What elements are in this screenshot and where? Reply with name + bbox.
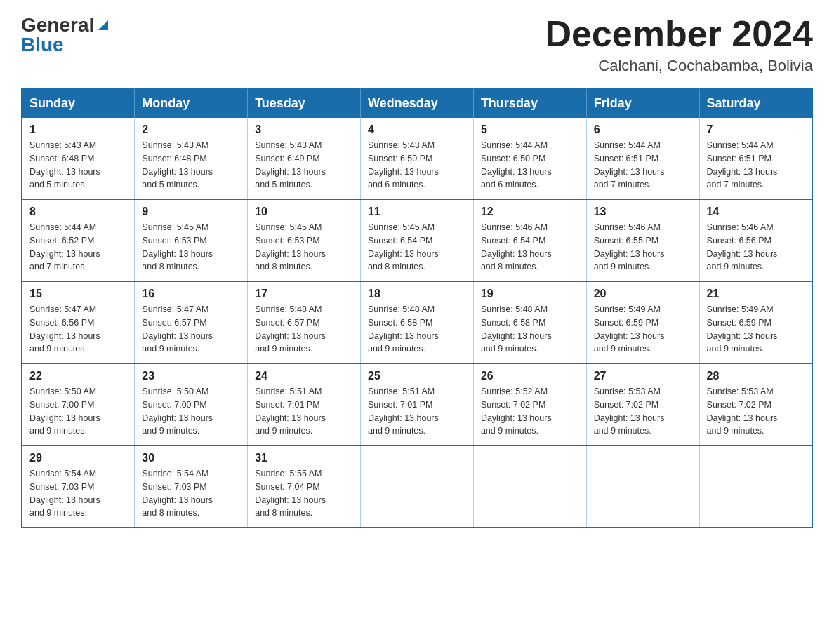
- day-info: Sunrise: 5:54 AMSunset: 7:03 PMDaylight:…: [142, 467, 240, 520]
- day-number: 28: [707, 370, 805, 382]
- day-info: Sunrise: 5:44 AMSunset: 6:51 PMDaylight:…: [707, 139, 805, 192]
- page-header: General Blue December 2024 Calchani, Coc…: [21, 14, 813, 75]
- calendar-cell: 24Sunrise: 5:51 AMSunset: 7:01 PMDayligh…: [248, 363, 361, 445]
- day-number: 6: [594, 123, 692, 136]
- day-info: Sunrise: 5:48 AMSunset: 6:57 PMDaylight:…: [255, 303, 353, 356]
- day-info: Sunrise: 5:51 AMSunset: 7:01 PMDaylight:…: [368, 385, 466, 438]
- day-info: Sunrise: 5:44 AMSunset: 6:52 PMDaylight:…: [29, 221, 127, 274]
- logo-blue-text: Blue: [21, 34, 64, 56]
- day-header-saturday: Saturday: [699, 88, 812, 118]
- day-number: 9: [142, 206, 240, 218]
- day-number: 15: [29, 288, 127, 300]
- calendar-cell: [361, 445, 474, 528]
- calendar-cell: 5Sunrise: 5:44 AMSunset: 6:50 PMDaylight…: [473, 118, 586, 199]
- day-info: Sunrise: 5:43 AMSunset: 6:48 PMDaylight:…: [142, 139, 240, 192]
- days-header-row: SundayMondayTuesdayWednesdayThursdayFrid…: [22, 88, 812, 118]
- day-number: 25: [368, 370, 466, 382]
- day-number: 19: [481, 288, 579, 300]
- calendar-cell: 4Sunrise: 5:43 AMSunset: 6:50 PMDaylight…: [361, 118, 474, 199]
- calendar-table: SundayMondayTuesdayWednesdayThursdayFrid…: [21, 88, 813, 528]
- day-number: 5: [481, 123, 579, 136]
- day-number: 4: [368, 123, 466, 136]
- calendar-cell: 2Sunrise: 5:43 AMSunset: 6:48 PMDaylight…: [135, 118, 248, 199]
- calendar-cell: 17Sunrise: 5:48 AMSunset: 6:57 PMDayligh…: [248, 281, 361, 363]
- calendar-cell: 7Sunrise: 5:44 AMSunset: 6:51 PMDaylight…: [699, 118, 812, 199]
- calendar-cell: 1Sunrise: 5:43 AMSunset: 6:48 PMDaylight…: [22, 118, 135, 199]
- logo: General Blue: [21, 14, 111, 56]
- day-info: Sunrise: 5:54 AMSunset: 7:03 PMDaylight:…: [29, 467, 127, 520]
- calendar-cell: [586, 445, 699, 528]
- calendar-cell: [473, 445, 586, 528]
- calendar-cell: 9Sunrise: 5:45 AMSunset: 6:53 PMDaylight…: [135, 199, 248, 281]
- calendar-cell: 3Sunrise: 5:43 AMSunset: 6:49 PMDaylight…: [248, 118, 361, 199]
- week-row-5: 29Sunrise: 5:54 AMSunset: 7:03 PMDayligh…: [22, 445, 812, 528]
- day-number: 20: [594, 288, 692, 300]
- week-row-1: 1Sunrise: 5:43 AMSunset: 6:48 PMDaylight…: [22, 118, 812, 199]
- calendar-cell: 13Sunrise: 5:46 AMSunset: 6:55 PMDayligh…: [586, 199, 699, 281]
- calendar-cell: 26Sunrise: 5:52 AMSunset: 7:02 PMDayligh…: [473, 363, 586, 445]
- day-header-monday: Monday: [135, 88, 248, 118]
- day-number: 11: [368, 206, 466, 218]
- week-row-2: 8Sunrise: 5:44 AMSunset: 6:52 PMDaylight…: [22, 199, 812, 281]
- calendar-cell: 25Sunrise: 5:51 AMSunset: 7:01 PMDayligh…: [361, 363, 474, 445]
- day-info: Sunrise: 5:44 AMSunset: 6:51 PMDaylight:…: [594, 139, 692, 192]
- calendar-cell: 14Sunrise: 5:46 AMSunset: 6:56 PMDayligh…: [699, 199, 812, 281]
- day-number: 2: [142, 123, 240, 136]
- calendar-cell: 19Sunrise: 5:48 AMSunset: 6:58 PMDayligh…: [473, 281, 586, 363]
- day-info: Sunrise: 5:50 AMSunset: 7:00 PMDaylight:…: [29, 385, 127, 438]
- day-info: Sunrise: 5:51 AMSunset: 7:01 PMDaylight:…: [255, 385, 353, 438]
- location-title: Calchani, Cochabamba, Bolivia: [545, 57, 813, 75]
- calendar-cell: 28Sunrise: 5:53 AMSunset: 7:02 PMDayligh…: [699, 363, 812, 445]
- calendar-cell: 15Sunrise: 5:47 AMSunset: 6:56 PMDayligh…: [22, 281, 135, 363]
- day-info: Sunrise: 5:43 AMSunset: 6:48 PMDaylight:…: [29, 139, 127, 192]
- day-info: Sunrise: 5:44 AMSunset: 6:50 PMDaylight:…: [481, 139, 579, 192]
- day-number: 22: [29, 370, 127, 382]
- calendar-cell: 22Sunrise: 5:50 AMSunset: 7:00 PMDayligh…: [22, 363, 135, 445]
- calendar-cell: 11Sunrise: 5:45 AMSunset: 6:54 PMDayligh…: [361, 199, 474, 281]
- calendar-cell: 12Sunrise: 5:46 AMSunset: 6:54 PMDayligh…: [473, 199, 586, 281]
- day-number: 17: [255, 288, 353, 300]
- day-info: Sunrise: 5:48 AMSunset: 6:58 PMDaylight:…: [481, 303, 579, 356]
- svg-marker-0: [98, 20, 108, 30]
- day-number: 27: [594, 370, 692, 382]
- day-info: Sunrise: 5:46 AMSunset: 6:54 PMDaylight:…: [481, 221, 579, 274]
- day-number: 7: [707, 123, 805, 136]
- day-header-tuesday: Tuesday: [248, 88, 361, 118]
- day-number: 1: [29, 123, 127, 136]
- day-number: 16: [142, 288, 240, 300]
- calendar-cell: 16Sunrise: 5:47 AMSunset: 6:57 PMDayligh…: [135, 281, 248, 363]
- calendar-cell: 18Sunrise: 5:48 AMSunset: 6:58 PMDayligh…: [361, 281, 474, 363]
- day-info: Sunrise: 5:45 AMSunset: 6:54 PMDaylight:…: [368, 221, 466, 274]
- day-number: 10: [255, 206, 353, 218]
- calendar-cell: 8Sunrise: 5:44 AMSunset: 6:52 PMDaylight…: [22, 199, 135, 281]
- calendar-cell: 30Sunrise: 5:54 AMSunset: 7:03 PMDayligh…: [135, 445, 248, 528]
- day-info: Sunrise: 5:53 AMSunset: 7:02 PMDaylight:…: [594, 385, 692, 438]
- day-info: Sunrise: 5:48 AMSunset: 6:58 PMDaylight:…: [368, 303, 466, 356]
- day-info: Sunrise: 5:47 AMSunset: 6:57 PMDaylight:…: [142, 303, 240, 356]
- logo-triangle-icon: [95, 18, 111, 33]
- day-header-thursday: Thursday: [473, 88, 586, 118]
- day-header-friday: Friday: [586, 88, 699, 118]
- day-info: Sunrise: 5:49 AMSunset: 6:59 PMDaylight:…: [594, 303, 692, 356]
- calendar-cell: 6Sunrise: 5:44 AMSunset: 6:51 PMDaylight…: [586, 118, 699, 199]
- day-number: 3: [255, 123, 353, 136]
- day-info: Sunrise: 5:47 AMSunset: 6:56 PMDaylight:…: [29, 303, 127, 356]
- day-number: 30: [142, 452, 240, 464]
- day-header-sunday: Sunday: [22, 88, 135, 118]
- day-number: 26: [481, 370, 579, 382]
- day-info: Sunrise: 5:45 AMSunset: 6:53 PMDaylight:…: [142, 221, 240, 274]
- day-info: Sunrise: 5:55 AMSunset: 7:04 PMDaylight:…: [255, 467, 353, 520]
- calendar-cell: 20Sunrise: 5:49 AMSunset: 6:59 PMDayligh…: [586, 281, 699, 363]
- day-number: 21: [707, 288, 805, 300]
- calendar-cell: 10Sunrise: 5:45 AMSunset: 6:53 PMDayligh…: [248, 199, 361, 281]
- day-number: 13: [594, 206, 692, 218]
- month-title: December 2024: [545, 14, 813, 54]
- calendar-cell: 29Sunrise: 5:54 AMSunset: 7:03 PMDayligh…: [22, 445, 135, 528]
- day-info: Sunrise: 5:46 AMSunset: 6:56 PMDaylight:…: [707, 221, 805, 274]
- day-number: 23: [142, 370, 240, 382]
- day-number: 31: [255, 452, 353, 464]
- day-info: Sunrise: 5:52 AMSunset: 7:02 PMDaylight:…: [481, 385, 579, 438]
- day-info: Sunrise: 5:43 AMSunset: 6:50 PMDaylight:…: [368, 139, 466, 192]
- day-info: Sunrise: 5:50 AMSunset: 7:00 PMDaylight:…: [142, 385, 240, 438]
- day-number: 29: [29, 452, 127, 464]
